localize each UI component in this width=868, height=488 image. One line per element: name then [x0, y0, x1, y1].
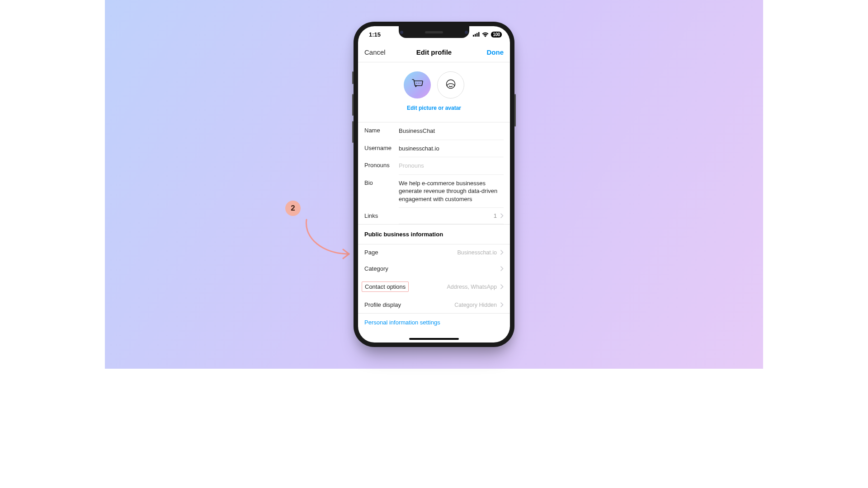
- name-label: Name: [364, 122, 399, 140]
- phone-power-button: [514, 94, 516, 127]
- svg-point-7: [447, 80, 455, 89]
- username-row[interactable]: Username businesschat.io: [364, 140, 504, 158]
- phone-mute-switch: [352, 71, 354, 84]
- svg-rect-2: [476, 33, 478, 37]
- category-row[interactable]: Category: [358, 261, 510, 277]
- wifi-icon: [482, 32, 489, 37]
- bio-row[interactable]: Bio We help e-commerce businesses genera…: [364, 175, 504, 208]
- step-badge: 2: [285, 201, 301, 216]
- avatar-placeholder[interactable]: [437, 71, 464, 99]
- avatar-section: Edit picture or avatar: [358, 62, 510, 116]
- edit-profile-content: Edit picture or avatar Name BusinessChat…: [358, 62, 510, 343]
- svg-point-5: [418, 83, 419, 84]
- svg-rect-3: [478, 32, 480, 37]
- svg-point-6: [420, 83, 420, 84]
- phone-volume-up: [352, 94, 354, 116]
- avatar-emoji-icon: [446, 79, 456, 91]
- name-value: BusinessChat: [399, 127, 435, 135]
- page-title: Edit profile: [416, 48, 452, 56]
- svg-rect-0: [473, 35, 474, 37]
- page-value: Businesschat.io: [457, 249, 497, 256]
- page-label: Page: [364, 249, 378, 256]
- cart-speech-icon: [410, 78, 424, 92]
- status-time: 1:15: [369, 31, 381, 38]
- bio-value: We help e-commerce businesses generate r…: [399, 179, 504, 203]
- cancel-button[interactable]: Cancel: [364, 42, 386, 62]
- chevron-right-icon: [500, 250, 504, 255]
- category-label: Category: [364, 265, 388, 272]
- username-value: businesschat.io: [399, 145, 439, 153]
- edit-picture-link[interactable]: Edit picture or avatar: [358, 105, 510, 111]
- chevron-right-icon: [500, 302, 504, 307]
- phone-notch: [399, 26, 469, 38]
- contact-options-label: Contact options: [362, 282, 409, 292]
- profile-form: Name BusinessChat Username businesschat.…: [358, 122, 510, 224]
- contact-options-row[interactable]: Contact options Address, WhatsApp: [358, 277, 510, 297]
- done-button[interactable]: Done: [487, 42, 504, 62]
- pronouns-row[interactable]: Pronouns Pronouns: [364, 157, 504, 175]
- contact-options-value: Address, WhatsApp: [447, 284, 497, 290]
- name-row[interactable]: Name BusinessChat: [364, 122, 504, 140]
- home-indicator[interactable]: [409, 338, 459, 340]
- pronouns-placeholder: Pronouns: [399, 162, 424, 170]
- personal-info-settings-link[interactable]: Personal information settings: [358, 313, 510, 331]
- phone-volume-down: [352, 121, 354, 143]
- step-number: 2: [291, 204, 295, 213]
- links-row[interactable]: Links 1: [364, 208, 504, 224]
- page-row[interactable]: Page Businesschat.io: [358, 244, 510, 261]
- chevron-right-icon: [500, 266, 504, 271]
- links-count: 1: [494, 212, 497, 219]
- bio-label: Bio: [364, 175, 399, 208]
- svg-point-4: [416, 83, 417, 84]
- profile-display-row[interactable]: Profile display Category Hidden: [358, 297, 510, 313]
- business-section-header: Public business information: [358, 224, 510, 244]
- profile-display-label: Profile display: [364, 301, 401, 308]
- svg-rect-1: [475, 34, 476, 37]
- battery-level: 100: [491, 32, 502, 38]
- username-label: Username: [364, 140, 399, 158]
- annotation-arrow: [298, 216, 357, 261]
- profile-picture[interactable]: [404, 71, 431, 99]
- phone-frame: 1:15 100 Cancel Edit profile Done: [354, 22, 514, 347]
- cellular-signal-icon: [473, 32, 480, 37]
- nav-header: Cancel Edit profile Done: [358, 42, 510, 62]
- chevron-right-icon: [500, 213, 504, 218]
- links-label: Links: [364, 208, 399, 224]
- phone-screen: 1:15 100 Cancel Edit profile Done: [358, 26, 510, 343]
- chevron-right-icon: [500, 284, 504, 289]
- profile-display-value: Category Hidden: [454, 302, 497, 308]
- pronouns-label: Pronouns: [364, 157, 399, 175]
